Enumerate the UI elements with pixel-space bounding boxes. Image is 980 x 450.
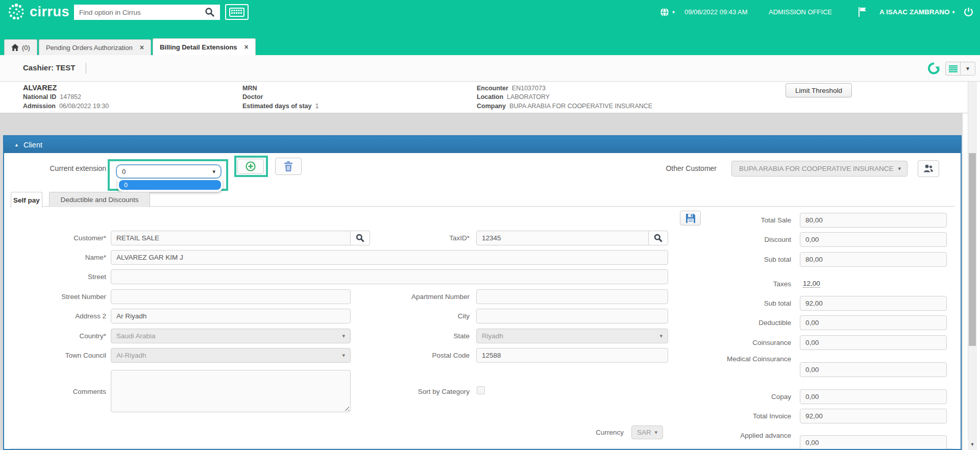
address2-label: Address 2 [24, 312, 106, 320]
currency-label: Currency [542, 429, 624, 436]
client-section-title: Client [23, 141, 42, 149]
coinsurance-input[interactable] [800, 335, 947, 350]
postal-code-input[interactable] [476, 348, 668, 363]
copay-input[interactable] [800, 389, 947, 404]
patient-doctor: Doctor [242, 93, 266, 101]
refresh-button[interactable] [927, 61, 941, 76]
medical-coinsurance-input[interactable] [800, 362, 947, 377]
deductible-label: Deductible [704, 319, 791, 327]
chevron-down-icon: ▾ [654, 429, 657, 436]
close-icon[interactable]: × [244, 43, 249, 51]
screen: cirrus [0, 0, 980, 450]
tab-home[interactable]: (0) [4, 39, 37, 55]
flag-icon [858, 7, 867, 17]
save-button[interactable] [680, 211, 701, 226]
home-icon [11, 44, 19, 51]
country-label: Country* [24, 332, 106, 340]
patient-name: ALVAREZ [23, 84, 57, 92]
city-label: City [368, 312, 470, 320]
state-select[interactable]: Riyadh ▾ [476, 329, 668, 343]
comments-textarea[interactable] [111, 370, 351, 412]
close-icon[interactable]: × [140, 44, 144, 51]
patient-national-id: National ID147852 [23, 93, 81, 101]
sort-by-category-checkbox[interactable] [477, 386, 485, 394]
user-caret-icon: ▾ [952, 9, 955, 15]
list-icon [949, 65, 958, 72]
customer-search-button[interactable] [351, 231, 370, 245]
patient-info-bar: ALVAREZ National ID147852 Admission06/08… [0, 82, 968, 113]
current-extension-label: Current extension [24, 164, 106, 172]
apartment-number-input[interactable] [476, 289, 668, 304]
globe-icon [659, 7, 670, 17]
town-council-select[interactable]: Al-Riyadh ▾ [111, 348, 351, 363]
country-select[interactable]: Saudi Arabia ▾ [111, 329, 351, 343]
taxid-search-button[interactable] [649, 231, 668, 245]
scrollbar-thumb[interactable] [969, 153, 976, 346]
applied-advance-input[interactable] [800, 435, 947, 450]
subtotal-input[interactable] [800, 252, 947, 267]
subtotal2-input[interactable] [800, 296, 947, 311]
deductible-input[interactable] [800, 315, 947, 330]
currency-select[interactable]: SAR ▾ [631, 426, 663, 439]
address2-input[interactable] [111, 309, 351, 323]
global-search [74, 5, 220, 20]
customer-input[interactable] [111, 231, 351, 245]
total-invoice-input[interactable] [800, 409, 947, 423]
current-extension-select[interactable]: 0 ▾ [116, 164, 222, 179]
logo-burst-icon [7, 3, 26, 21]
customer-label: Customer* [24, 234, 106, 242]
add-extension-button[interactable] [237, 159, 264, 174]
postal-code-label: Postal Code [368, 352, 470, 359]
highlight-box-extension: 0 ▾ 0 [108, 159, 228, 191]
other-customer-value: BUPA ARABIA FOR COOPERATIVE INSURANCE [739, 165, 894, 172]
limit-threshold-button[interactable]: Limit Threshold [786, 83, 852, 97]
name-input[interactable] [111, 250, 668, 265]
highlight-box-add [234, 156, 268, 177]
chevron-down-icon: ▼ [965, 66, 970, 71]
taxid-input[interactable] [476, 231, 649, 245]
keyboard-button[interactable] [225, 4, 249, 20]
scrollbar-down-button[interactable]: ▼ [968, 439, 977, 450]
tab-billing-detail-extensions[interactable]: Billing Detail Extensions × [153, 38, 256, 55]
city-input[interactable] [476, 309, 668, 323]
delete-extension-button[interactable] [275, 158, 302, 175]
app-logo[interactable]: cirrus [7, 3, 69, 21]
medical-coinsurance-label: Medical Coinsurance [720, 352, 791, 366]
apartment-number-label: Apartment Number [368, 293, 470, 301]
street-input[interactable] [111, 269, 668, 284]
subtotal2-label: Sub total [704, 299, 791, 307]
taxes-label: Taxes [704, 280, 791, 288]
power-button[interactable] [964, 0, 973, 24]
client-section-header[interactable]: ▲ Client [4, 136, 961, 153]
total-sale-input[interactable] [800, 213, 947, 228]
street-number-input[interactable] [111, 289, 351, 304]
tab-self-pay[interactable]: Self pay [11, 192, 42, 208]
street-label: Street [24, 273, 106, 281]
list-view-button[interactable] [945, 62, 961, 76]
global-search-input[interactable] [74, 5, 200, 20]
chevron-down-icon: ▾ [342, 333, 345, 339]
taxes-value-link[interactable]: 12,00 [803, 280, 820, 288]
customer-list-button[interactable] [918, 160, 939, 177]
text-cursor [86, 63, 86, 73]
patient-encounter: EncounterEN1037073 [477, 85, 546, 92]
discount-input[interactable] [800, 232, 947, 247]
extension-dropdown-list: 0 [117, 179, 223, 192]
search-button[interactable] [200, 5, 220, 20]
flag-button[interactable] [858, 0, 867, 24]
office-name: ADMISSION OFFICE [769, 0, 832, 24]
language-globe-button[interactable]: ▾ [659, 0, 675, 24]
cashier-bar: Cashier: TEST ▼ [0, 55, 980, 82]
keyboard-icon [229, 8, 244, 17]
extension-option-selected[interactable]: 0 [119, 180, 221, 190]
other-customer-select[interactable]: BUPA ARABIA FOR COOPERATIVE INSURANCE ▾ [731, 161, 908, 177]
name-label: Name* [24, 254, 106, 261]
tab-pending-orders-authorization[interactable]: Pending Orders Authorization × [39, 39, 151, 55]
save-floppy-icon [685, 213, 696, 223]
taxid-label: TaxID* [388, 234, 470, 242]
tab-deductible-and-discounts[interactable]: Deductible and Discounts [49, 192, 150, 207]
cashier-label: Cashier: TEST [23, 63, 76, 72]
comments-label: Comments [24, 388, 106, 395]
user-menu[interactable]: A ISAAC ZAMBRANO ▾ [879, 0, 955, 24]
more-options-button[interactable]: ▼ [960, 62, 975, 76]
